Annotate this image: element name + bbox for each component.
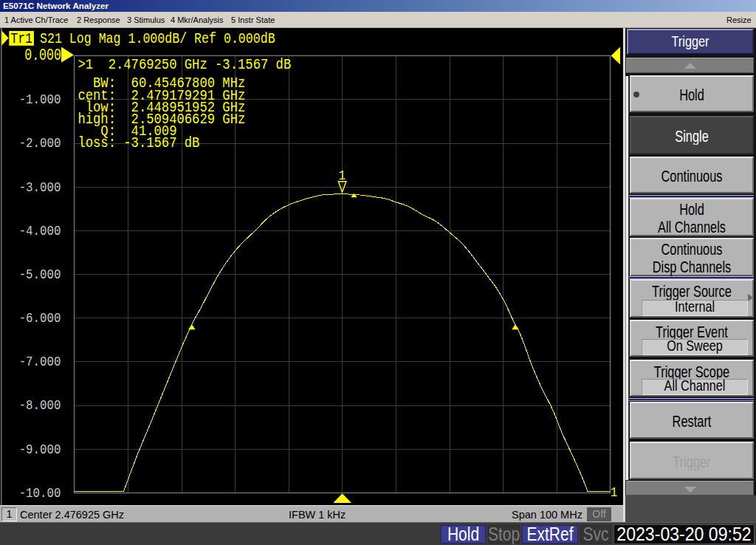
svg-text:-1.000: -1.000: [19, 92, 61, 108]
svg-text:1: 1: [339, 168, 346, 184]
svg-text:-10.00: -10.00: [19, 484, 61, 501]
svg-text:-6.000: -6.000: [19, 310, 61, 326]
svg-text:-8.000: -8.000: [19, 397, 61, 414]
svg-text:Tr1: Tr1: [10, 31, 32, 48]
svg-text:-5.000: -5.000: [19, 267, 61, 283]
svg-text:1: 1: [611, 484, 618, 501]
svg-text:-2.000: -2.000: [19, 135, 61, 151]
svg-text:-9.000: -9.000: [19, 441, 61, 457]
svg-text:0.000: 0.000: [24, 47, 61, 65]
svg-text:loss: -3.1567 dB: loss: -3.1567 dB: [78, 134, 199, 152]
svg-text:>1 2.4769250 GHz -3.1567 dB: >1 2.4769250 GHz -3.1567 dB: [78, 56, 291, 74]
svg-text:-4.000: -4.000: [19, 222, 61, 239]
svg-text:-3.000: -3.000: [19, 179, 61, 195]
svg-text:-7.000: -7.000: [19, 354, 61, 370]
svg-text:S21 Log Mag 1.000dB/ Ref 0.000: S21 Log Mag 1.000dB/ Ref 0.000dB: [40, 31, 275, 48]
